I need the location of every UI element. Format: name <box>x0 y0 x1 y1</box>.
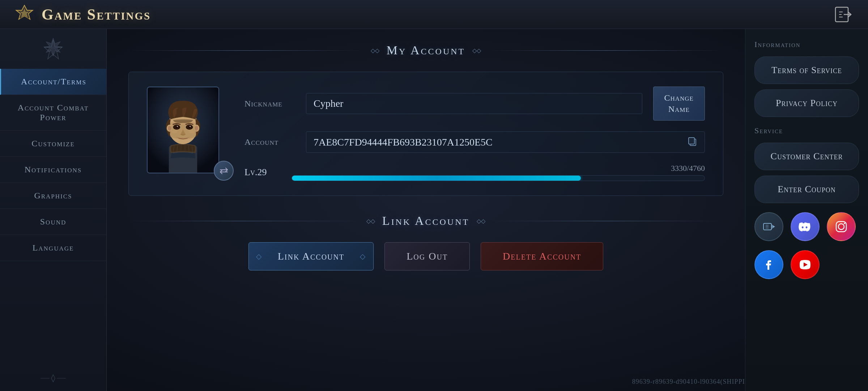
link-account-btn-label: Link Account <box>278 251 345 262</box>
header: Game Settings <box>0 0 868 29</box>
avatar-container <box>147 87 226 173</box>
exit-icon <box>834 5 852 24</box>
nickname-row: Nickname Cypher ChangeName <box>244 87 705 121</box>
terms-btn-label: Terms of Service <box>771 65 842 75</box>
link-header-line-left <box>128 221 359 221</box>
account-row: Account 7AE8C7FD94444FB693B23107A1250E5C <box>244 131 705 153</box>
instagram-button[interactable] <box>827 212 856 241</box>
youtube-icon <box>798 257 812 272</box>
sidebar: Account/Terms Account Combat Power Custo… <box>0 29 107 391</box>
my-account-title: My Account <box>387 43 465 57</box>
link-account-title: Link Account <box>382 214 469 228</box>
sidebar-item-sound[interactable]: Sound <box>0 209 106 235</box>
coupon-btn-label: Enter Coupon <box>778 184 836 194</box>
level-bar-bg <box>292 175 705 181</box>
level-bar-fill <box>292 176 581 181</box>
svg-marker-8 <box>44 40 62 59</box>
avatar-frame <box>147 87 219 173</box>
exit-button[interactable] <box>832 4 854 25</box>
link-account-section-header: ◇◇ Link Account ◇◇ <box>128 214 723 228</box>
privacy-btn-label: Privacy Policy <box>776 98 838 108</box>
sidebar-top-ornament <box>39 36 68 65</box>
svg-rect-40 <box>689 138 694 144</box>
account-card: Nickname Cypher ChangeName Account 7AE8C… <box>128 72 723 196</box>
link-account-section: ◇◇ Link Account ◇◇ Link Account Log Out … <box>128 214 723 270</box>
svg-point-48 <box>844 223 845 224</box>
action-buttons: Link Account Log Out Delete Account <box>128 242 723 270</box>
header-line-right <box>488 50 723 51</box>
sidebar-item-language[interactable]: Language <box>0 235 106 261</box>
right-panel: Information Terms of Service Privacy Pol… <box>745 29 868 391</box>
nickname-value-field: Cypher <box>306 93 642 114</box>
link-header-line-right <box>493 221 723 221</box>
change-name-button[interactable]: ChangeName <box>653 87 705 121</box>
app-title: Game Settings <box>42 6 151 23</box>
diamond-deco-left: ◇◇ <box>371 47 379 54</box>
svg-point-31 <box>177 126 178 127</box>
level-label: Lv.29 <box>244 167 281 178</box>
level-bar-container: 3330/4760 <box>292 164 705 181</box>
sidebar-item-notifications[interactable]: Notifications <box>0 157 106 183</box>
logout-button[interactable]: Log Out <box>384 242 470 270</box>
account-fields: Nickname Cypher ChangeName Account 7AE8C… <box>244 87 705 181</box>
main-layout: Account/Terms Account Combat Power Custo… <box>0 29 868 391</box>
service-section-label: Service <box>754 126 859 135</box>
sidebar-item-account-terms[interactable]: Account/Terms <box>0 69 106 95</box>
sidebar-item-customize[interactable]: Customize <box>0 131 106 157</box>
avatar-switch-button[interactable] <box>214 161 234 181</box>
social-buttons-row2 <box>754 250 859 279</box>
delete-account-button[interactable]: Delete Account <box>481 242 603 270</box>
youtube-button[interactable] <box>791 250 820 279</box>
account-id-text: 7AE8C7FD94444FB693B23107A1250E5C <box>314 136 493 148</box>
svg-point-9 <box>50 48 56 54</box>
player-avatar <box>148 87 218 173</box>
change-name-label: ChangeName <box>664 93 694 114</box>
switch-icon <box>218 165 229 176</box>
account-value-field: 7AE8C7FD94444FB693B23107A1250E5C <box>306 131 705 153</box>
link-diamond-left: ◇◇ <box>366 218 375 224</box>
nickname-value-text: Cypher <box>314 98 343 109</box>
privacy-policy-button[interactable]: Privacy Policy <box>754 89 859 117</box>
my-account-section-header: ◇◇ My Account ◇◇ <box>128 43 723 57</box>
svg-point-47 <box>838 224 844 230</box>
customer-center-button[interactable]: Customer Center <box>754 143 859 170</box>
terms-of-service-button[interactable]: Terms of Service <box>754 56 859 84</box>
instagram-icon <box>834 219 848 234</box>
enter-coupon-button[interactable]: Enter Coupon <box>754 176 859 203</box>
header-left: Game Settings <box>14 4 151 24</box>
discord-icon <box>798 219 812 234</box>
header-line-left <box>128 50 363 51</box>
svg-point-38 <box>189 130 195 134</box>
logout-btn-label: Log Out <box>407 251 448 262</box>
nickname-label: Nickname <box>244 99 295 109</box>
sidebar-item-graphics[interactable]: Graphics <box>0 183 106 209</box>
link-diamond-right: ◇◇ <box>477 218 485 224</box>
facebook-icon <box>762 257 776 272</box>
xp-text: 3330/4760 <box>292 164 705 173</box>
information-section-label: Information <box>754 40 859 49</box>
content-area: ◇◇ My Account ◇◇ <box>107 29 745 391</box>
diamond-deco-right: ◇◇ <box>472 47 481 54</box>
discord-button[interactable] <box>791 212 820 241</box>
sidebar-bottom-ornament <box>31 366 75 391</box>
share-icon <box>762 220 776 234</box>
link-account-button[interactable]: Link Account <box>248 242 374 270</box>
svg-marker-11 <box>51 375 55 382</box>
copy-account-icon[interactable] <box>687 136 697 148</box>
account-label: Account <box>244 137 295 147</box>
share-button[interactable] <box>754 212 783 241</box>
social-buttons-row1 <box>754 212 859 241</box>
game-logo-icon <box>14 4 34 24</box>
sidebar-item-account-combat-power[interactable]: Account Combat Power <box>0 95 106 131</box>
customer-btn-label: Customer Center <box>771 151 843 161</box>
svg-point-36 <box>190 126 191 127</box>
delete-account-btn-label: Delete Account <box>503 251 581 262</box>
level-row: Lv.29 3330/4760 <box>244 164 705 181</box>
facebook-button[interactable] <box>754 250 783 279</box>
svg-point-37 <box>172 130 178 134</box>
